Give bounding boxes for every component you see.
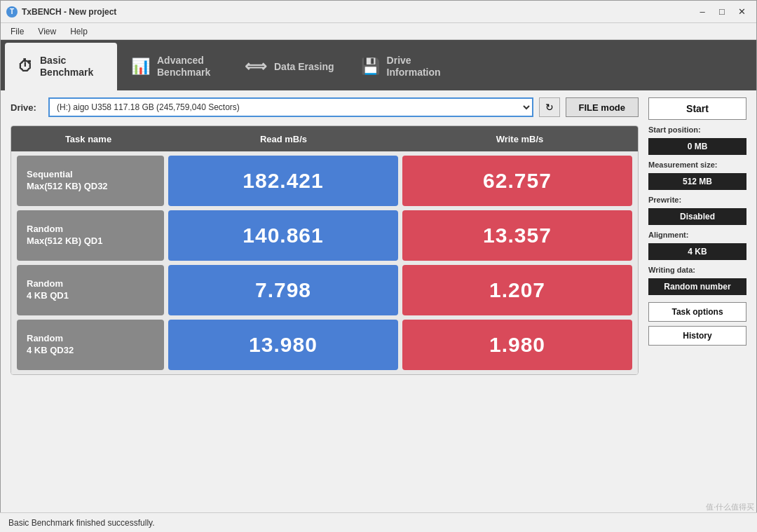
table-row: SequentialMax(512 KB) QD32 182.421 62.75… bbox=[17, 156, 632, 206]
write-value-random-512-qd1: 13.357 bbox=[402, 210, 632, 261]
basic-benchmark-icon: ⏱ bbox=[18, 57, 33, 76]
title-bar: T TxBENCH - New project – □ ✕ bbox=[1, 1, 756, 23]
right-panel: Start Start position: 0 MB Measurement s… bbox=[648, 97, 746, 506]
header-task-name: Task name bbox=[11, 134, 165, 144]
tab-drive-information[interactable]: 💾 DriveInformation bbox=[348, 43, 461, 90]
header-write: Write mB/s bbox=[402, 134, 638, 144]
drive-refresh-button[interactable]: ↻ bbox=[539, 97, 560, 117]
minimize-button[interactable]: – bbox=[693, 5, 711, 19]
drive-select[interactable]: (H:) aigo U358 117.18 GB (245,759,040 Se… bbox=[48, 97, 533, 117]
write-value-random-4k-qd1: 1.207 bbox=[402, 265, 632, 315]
table-header: Task name Read mB/s Write mB/s bbox=[11, 126, 638, 151]
task-random-512-qd1: RandomMax(512 KB) QD1 bbox=[17, 210, 164, 261]
start-position-value: 0 MB bbox=[648, 138, 746, 155]
prewrite-value: Disabled bbox=[648, 208, 746, 225]
window-title: TxBENCH - New project bbox=[22, 7, 693, 17]
status-text: Basic Benchmark finished successfully. bbox=[8, 518, 155, 528]
tab-basic-benchmark[interactable]: ⏱ BasicBenchmark bbox=[5, 43, 117, 90]
table-row: RandomMax(512 KB) QD1 140.861 13.357 bbox=[17, 210, 632, 261]
start-position-label: Start position: bbox=[648, 125, 746, 134]
benchmark-table: Task name Read mB/s Write mB/s Sequentia… bbox=[11, 125, 639, 375]
window-controls: – □ ✕ bbox=[693, 5, 751, 19]
tab-basic-label: BasicBenchmark bbox=[40, 55, 93, 79]
header-read: Read mB/s bbox=[165, 134, 402, 144]
read-value-random-4k-qd32: 13.980 bbox=[168, 320, 398, 370]
tab-data-erasing[interactable]: ⟺ Data Erasing bbox=[232, 43, 347, 90]
write-value-random-4k-qd32: 1.980 bbox=[402, 320, 632, 370]
tab-drive-label: DriveInformation bbox=[387, 55, 441, 79]
tab-advanced-label: AdvancedBenchmark bbox=[157, 55, 210, 79]
read-value-random-512-qd1: 140.861 bbox=[168, 210, 398, 261]
alignment-label: Alignment: bbox=[648, 231, 746, 239]
writing-data-label: Writing data: bbox=[648, 266, 746, 274]
task-random-4k-qd1: Random4 KB QD1 bbox=[17, 265, 164, 315]
read-value-random-4k-qd1: 7.798 bbox=[168, 265, 398, 315]
data-erasing-icon: ⟺ bbox=[245, 57, 267, 76]
write-value-sequential-512-qd32: 62.757 bbox=[402, 156, 632, 206]
menu-help[interactable]: Help bbox=[63, 25, 95, 38]
alignment-value: 4 KB bbox=[648, 243, 746, 260]
task-options-button[interactable]: Task options bbox=[648, 302, 746, 322]
read-value-sequential-512-qd32: 182.421 bbox=[168, 156, 398, 206]
left-panel: Drive: (H:) aigo U358 117.18 GB (245,759… bbox=[11, 97, 639, 506]
close-button[interactable]: ✕ bbox=[732, 5, 751, 19]
menu-file[interactable]: File bbox=[4, 25, 31, 38]
measurement-size-label: Measurement size: bbox=[648, 161, 746, 169]
menu-view[interactable]: View bbox=[31, 25, 63, 38]
menu-bar: File View Help bbox=[1, 23, 756, 40]
measurement-size-value: 512 MB bbox=[648, 173, 746, 190]
drive-row: Drive: (H:) aigo U358 117.18 GB (245,759… bbox=[11, 97, 639, 117]
start-button[interactable]: Start bbox=[648, 97, 746, 120]
task-sequential-512-qd32: SequentialMax(512 KB) QD32 bbox=[17, 156, 164, 206]
table-row: Random4 KB QD32 13.980 1.980 bbox=[17, 320, 632, 370]
main-content: Drive: (H:) aigo U358 117.18 GB (245,759… bbox=[1, 90, 756, 513]
history-button[interactable]: History bbox=[648, 326, 746, 346]
tab-erasing-label: Data Erasing bbox=[274, 61, 334, 73]
advanced-benchmark-icon: 📊 bbox=[131, 57, 150, 76]
file-mode-button[interactable]: FILE mode bbox=[566, 97, 639, 117]
tab-advanced-benchmark[interactable]: 📊 AdvancedBenchmark bbox=[118, 43, 231, 90]
drive-label: Drive: bbox=[11, 102, 43, 113]
writing-data-value: Random number bbox=[648, 278, 746, 295]
table-row: Random4 KB QD1 7.798 1.207 bbox=[17, 265, 632, 315]
status-bar: Basic Benchmark finished successfully. bbox=[0, 512, 757, 532]
drive-info-icon: 💾 bbox=[361, 57, 380, 76]
prewrite-label: Prewrite: bbox=[648, 196, 746, 204]
toolbar: ⏱ BasicBenchmark 📊 AdvancedBenchmark ⟺ D… bbox=[1, 40, 756, 90]
app-icon: T bbox=[6, 6, 18, 18]
maximize-button[interactable]: □ bbox=[713, 5, 731, 19]
table-body: SequentialMax(512 KB) QD32 182.421 62.75… bbox=[11, 151, 638, 374]
task-random-4k-qd32: Random4 KB QD32 bbox=[17, 320, 164, 370]
